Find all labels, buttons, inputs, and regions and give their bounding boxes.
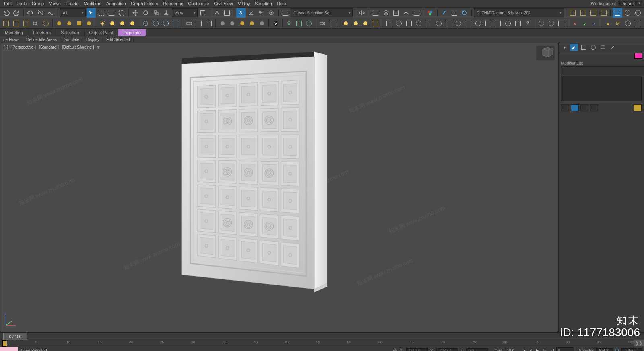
menu-help[interactable]: Help [275,1,289,6]
coord-y-value[interactable]: -7047.1 [436,348,458,351]
prev-frame-button[interactable]: ◂| [527,348,534,351]
sec-btn-4[interactable] [31,18,41,28]
sec-geom-4[interactable] [171,18,180,28]
stack-make-unique-button[interactable] [580,104,588,111]
vray-toolbar-a-button[interactable] [568,8,578,18]
bind-spacewarp-button[interactable] [46,8,55,18]
mirror-button[interactable] [357,8,366,18]
menu-modifiers[interactable]: Modifiers [81,1,104,6]
cmd-tab-motion[interactable] [589,44,597,51]
sec-btn-2[interactable] [12,18,21,28]
vray-toolbar-b-button[interactable] [578,8,588,18]
sec-misc-2[interactable] [394,18,404,28]
sec-group-2[interactable] [228,18,237,28]
object-color-swatch[interactable] [634,53,642,59]
sec-tail-2[interactable] [547,18,556,28]
menu-animation[interactable]: Animation [104,1,128,6]
curve-editor-button[interactable] [402,8,411,18]
viewport-shading-menu[interactable]: [Default Shading ] [61,45,95,49]
sec-axis-y[interactable]: y [580,18,589,28]
select-region-rect-button[interactable] [107,8,116,18]
cmd-tab-create[interactable]: ＋ [560,44,568,51]
selection-filter-dropdown[interactable]: All [60,8,86,17]
sec-misc-3[interactable] [405,18,414,28]
sec-misc-9[interactable] [464,18,473,28]
time-slider-thumb[interactable]: 0 / 100 [3,333,27,341]
rotate-button[interactable] [141,8,151,18]
coord-z-value[interactable]: 0.0 [466,348,488,351]
scene-path-dropdown[interactable]: D:\ZHM\Docum...3ds Max 202 [474,8,564,17]
rendered-frame-button[interactable] [450,8,459,18]
sec-geom-1[interactable] [141,18,151,28]
ribbon-tab-objectpaint[interactable]: Object Paint [85,29,119,36]
menu-create[interactable]: Create [63,1,81,6]
vray-toolbar-c-button[interactable] [588,8,598,18]
sec-misc-13[interactable] [504,18,513,28]
ribbon-tab-populate[interactable]: Populate [118,29,146,36]
material-editor-button[interactable] [425,8,435,18]
coord-x-value[interactable]: 7319.0 [406,348,428,351]
sec-end-1[interactable]: ▲ [603,18,613,28]
sec-cam-3[interactable] [204,18,214,28]
cmd-tab-utilities[interactable] [609,44,617,51]
viewport-std-menu[interactable]: [Standard ] [38,45,60,49]
toggle-ribbon-button[interactable] [391,8,400,18]
key-filters-icon[interactable] [614,348,620,351]
goto-end-button[interactable]: ▸| [549,348,555,351]
stack-pin-button[interactable] [561,104,569,111]
current-frame-field[interactable]: 0 [556,347,574,351]
sec-group-4[interactable] [248,18,257,28]
snap-toggle-button[interactable]: 3 [236,8,246,18]
sec-misc-12[interactable] [493,18,503,28]
sec-helper-2[interactable] [294,18,303,28]
sec-vray-logo[interactable] [271,18,280,28]
select-by-name-button[interactable] [97,8,106,18]
sec-misc-4[interactable] [414,18,423,28]
isolate-selection-button[interactable] [613,8,622,18]
sec-geom-3[interactable] [161,18,170,28]
ribbon-btn-flows[interactable]: ne Flows [0,37,23,42]
sec-axis-z[interactable]: z [590,18,599,28]
sec-btn-1[interactable] [2,18,11,28]
sec-area-icon[interactable] [371,18,380,28]
ribbon-btn-editsel[interactable]: Edit Selected [103,37,134,42]
ribbon-tab-freeform[interactable]: Freeform [28,29,56,36]
layer-explorer-button[interactable] [381,8,390,18]
sec-misc-8[interactable] [454,18,463,28]
viewport-view-menu[interactable]: [Perspective ] [10,45,37,49]
modifier-stack[interactable] [561,76,642,101]
sec-tail-3[interactable] [557,18,566,28]
sec-cam-icon[interactable] [318,18,327,28]
sec-sun-icon[interactable] [341,18,351,28]
sec-misc-6[interactable] [434,18,443,28]
move-button[interactable] [131,8,140,18]
sec-helper-3[interactable] [304,18,314,28]
scale-button[interactable] [151,8,161,18]
modifier-list-dropdown[interactable] [561,66,644,75]
time-ruler[interactable]: ❯❯ 0510152025303540455055606570758085909… [0,340,644,347]
align-button[interactable] [371,8,380,18]
menu-customize[interactable]: Customize [186,1,212,6]
window-crossing-button[interactable] [117,8,126,18]
menu-scripting[interactable]: Scripting [252,1,275,6]
sec-btn-3[interactable] [21,18,31,28]
percent-snap-button[interactable]: % [256,8,266,18]
time-ruler-scroll-right[interactable]: ❯❯ [634,340,644,346]
menu-group[interactable]: Group [29,1,47,6]
menu-civilview[interactable]: Civil View [212,1,235,6]
sec-light-4[interactable] [128,18,137,28]
sec-misc-1[interactable] [384,18,394,28]
end-toolbar-button[interactable] [633,8,642,18]
maxscript-mini-listener-output[interactable] [0,347,18,351]
viewport-filter-icon[interactable] [96,45,100,49]
time-slider-end-arrow[interactable]: › [638,334,639,339]
sec-axis-x[interactable]: x [570,18,579,28]
sec-misc-10[interactable] [474,18,483,28]
sec-misc-5[interactable] [424,18,433,28]
sec-shape-4[interactable] [85,18,94,28]
menu-grapheditors[interactable]: Graph Editors [128,1,161,6]
select-object-button[interactable] [87,8,96,18]
sec-btn-5[interactable] [41,18,51,28]
sec-cam-1[interactable] [184,18,194,28]
xray-button[interactable] [623,8,632,18]
